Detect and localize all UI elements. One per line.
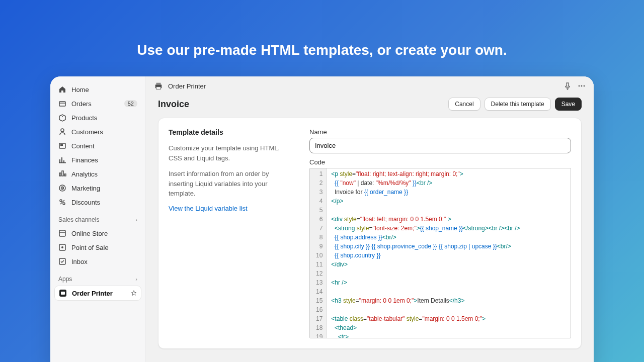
sales-channels-header[interactable]: Sales channels › bbox=[54, 213, 141, 226]
pos-icon bbox=[58, 243, 66, 251]
app-frame: Home Orders52 Products Customers Content… bbox=[50, 76, 594, 362]
sidebar-channel-point of sale[interactable]: Point of Sale bbox=[54, 240, 141, 254]
home-icon bbox=[58, 85, 66, 94]
page-header: Invoice Cancel Delete this template Save bbox=[146, 96, 594, 118]
sidebar-item-discounts[interactable]: Discounts bbox=[54, 195, 141, 209]
svg-rect-0 bbox=[59, 102, 65, 106]
nav-label: Discounts bbox=[71, 199, 137, 206]
details-heading: Template details bbox=[169, 128, 294, 136]
sidebar-app-order-printer[interactable]: Order Printer bbox=[54, 286, 141, 301]
nav-label: Inbox bbox=[71, 258, 137, 265]
store-icon bbox=[58, 229, 66, 237]
sidebar-item-marketing[interactable]: Marketing bbox=[54, 181, 141, 195]
code-area[interactable]: <p style="float: right; text-align: righ… bbox=[327, 168, 571, 338]
printer-icon bbox=[154, 81, 163, 90]
sidebar-item-analytics[interactable]: Analytics bbox=[54, 167, 141, 181]
sales-channels-label: Sales channels bbox=[58, 216, 99, 223]
sidebar-channel-online store[interactable]: Online Store bbox=[54, 226, 141, 240]
topbar-title: Order Printer bbox=[168, 82, 558, 90]
svg-point-8 bbox=[62, 188, 63, 189]
liquid-variables-link[interactable]: View the Liquid variable list bbox=[169, 205, 294, 212]
apps-label: Apps bbox=[58, 276, 72, 283]
code-editor[interactable]: 1234567891011121314151617181920212223242… bbox=[309, 168, 571, 338]
save-button[interactable]: Save bbox=[555, 98, 582, 111]
more-icon[interactable] bbox=[578, 82, 586, 90]
analytics-icon bbox=[58, 170, 66, 178]
order-printer-icon bbox=[59, 289, 67, 297]
template-details: Template details Customize your template… bbox=[169, 128, 294, 338]
chevron-right-icon: › bbox=[135, 276, 137, 282]
svg-rect-16 bbox=[61, 292, 65, 295]
topbar: Order Printer bbox=[146, 76, 594, 96]
editor-column: Name Code 123456789101112131415161718192… bbox=[309, 128, 571, 338]
svg-rect-4 bbox=[60, 144, 63, 146]
name-label: Name bbox=[309, 128, 571, 136]
nav-label: Orders bbox=[71, 100, 119, 108]
svg-rect-19 bbox=[156, 87, 161, 89]
nav-label: Marketing bbox=[71, 185, 137, 192]
svg-rect-11 bbox=[59, 230, 65, 236]
cancel-button[interactable]: Cancel bbox=[448, 98, 480, 111]
inbox-icon bbox=[58, 257, 66, 265]
products-icon bbox=[58, 114, 66, 122]
delete-template-button[interactable]: Delete this template bbox=[485, 98, 551, 111]
nav-label: Home bbox=[71, 86, 137, 94]
template-name-input[interactable] bbox=[309, 138, 571, 153]
svg-point-10 bbox=[63, 203, 65, 205]
sidebar-item-orders[interactable]: Orders52 bbox=[54, 97, 141, 111]
sidebar-app-label: Order Printer bbox=[72, 290, 113, 297]
apps-header[interactable]: Apps › bbox=[54, 273, 141, 286]
details-desc-1: Customize your template using HTML, CSS … bbox=[169, 143, 294, 163]
nav-label: Customers bbox=[71, 128, 137, 136]
orders-icon bbox=[58, 100, 66, 108]
details-desc-2: Insert information from an order by inse… bbox=[169, 169, 294, 199]
svg-point-22 bbox=[584, 85, 585, 87]
sidebar-item-products[interactable]: Products bbox=[54, 111, 141, 125]
pin-icon[interactable] bbox=[131, 290, 137, 296]
svg-rect-18 bbox=[156, 83, 161, 85]
finances-icon bbox=[58, 156, 66, 164]
nav-label: Online Store bbox=[71, 230, 137, 237]
svg-point-2 bbox=[61, 129, 64, 132]
pin-icon[interactable] bbox=[564, 82, 572, 90]
svg-point-21 bbox=[581, 85, 583, 87]
nav-label: Products bbox=[71, 114, 137, 122]
svg-point-1 bbox=[62, 116, 63, 117]
nav-label: Analytics bbox=[71, 170, 137, 178]
template-card: Template details Customize your template… bbox=[158, 118, 582, 349]
discounts-icon bbox=[58, 198, 66, 206]
code-label: Code bbox=[309, 158, 571, 166]
hero-heading: Use our pre-made HTML templates, or crea… bbox=[0, 0, 644, 76]
svg-rect-5 bbox=[59, 162, 66, 163]
svg-point-13 bbox=[61, 246, 63, 248]
nav-badge: 52 bbox=[124, 100, 137, 107]
code-gutter: 1234567891011121314151617181920212223242… bbox=[310, 168, 327, 338]
sidebar-channel-inbox[interactable]: Inbox bbox=[54, 254, 141, 268]
sidebar: Home Orders52 Products Customers Content… bbox=[50, 76, 146, 362]
sidebar-item-customers[interactable]: Customers bbox=[54, 125, 141, 139]
svg-point-20 bbox=[579, 85, 580, 87]
content-icon bbox=[58, 142, 66, 150]
nav-label: Point of Sale bbox=[71, 244, 137, 251]
svg-point-9 bbox=[60, 200, 62, 202]
marketing-icon bbox=[58, 184, 66, 192]
sidebar-item-finances[interactable]: Finances bbox=[54, 153, 141, 167]
sidebar-item-content[interactable]: Content bbox=[54, 139, 141, 153]
chevron-right-icon: › bbox=[135, 217, 137, 223]
nav-label: Content bbox=[71, 142, 137, 150]
main-content: Order Printer Invoice Cancel Delete this… bbox=[146, 76, 594, 362]
page-title: Invoice bbox=[158, 99, 448, 110]
sidebar-item-home[interactable]: Home bbox=[54, 82, 141, 97]
customers-icon bbox=[58, 128, 66, 136]
nav-label: Finances bbox=[71, 156, 137, 164]
